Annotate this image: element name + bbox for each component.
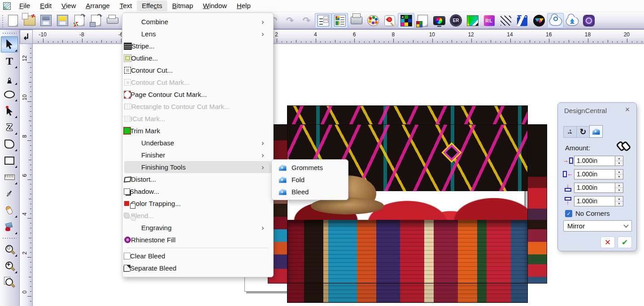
menu-item-stripe[interactable]: Stripe... xyxy=(124,40,271,52)
swatch-table-button[interactable] xyxy=(414,13,431,28)
color-palette-button[interactable] xyxy=(365,13,381,28)
stepper-up-button[interactable]: ▲ xyxy=(615,156,623,161)
color-profile-button[interactable] xyxy=(531,13,547,28)
menu-item-page-contour-cut-mark[interactable]: Page Contour Cut Mark... xyxy=(124,88,271,101)
bleed-top-input[interactable] xyxy=(574,183,615,193)
tool-zoom-previous[interactable] xyxy=(1,241,18,258)
tool-freeform[interactable] xyxy=(1,136,18,152)
menu-window[interactable]: Window xyxy=(198,0,231,11)
fill-editor-button[interactable] xyxy=(331,13,348,28)
cloud-connect-button[interactable] xyxy=(547,13,564,28)
no-corners-row[interactable]: ✓ No Corners xyxy=(565,210,610,217)
menu-effects[interactable]: Effects xyxy=(137,0,167,11)
production-manager-button[interactable] xyxy=(348,13,365,28)
gradient-fan-button[interactable] xyxy=(464,13,481,28)
link-values-icon[interactable] xyxy=(615,138,631,153)
bleed-strip-right[interactable] xyxy=(527,124,547,284)
submenu-item-grommets[interactable]: Grommets xyxy=(274,162,346,174)
vertical-ruler[interactable]: 121086420 xyxy=(20,44,33,306)
rip-link-button[interactable] xyxy=(481,13,497,28)
tool-zoom-in[interactable] xyxy=(1,258,18,274)
canvas-image[interactable] xyxy=(287,124,528,284)
apply-button[interactable]: ✔ xyxy=(618,236,632,248)
menu-item-rectangle-to-contour-cut-mark[interactable]: Rectangle to Contour Cut Mark... xyxy=(124,101,271,113)
bleed-strip-top[interactable] xyxy=(287,105,528,125)
menu-item-icut-mark[interactable]: ICut Mark... xyxy=(124,113,271,125)
close-icon[interactable]: × xyxy=(623,105,632,114)
tool-measure[interactable] xyxy=(1,169,18,185)
menu-item-contour-cut[interactable]: Contour Cut... xyxy=(124,64,271,76)
color-swatches-button[interactable] xyxy=(398,13,414,28)
hatch-fill-button[interactable] xyxy=(497,13,514,28)
menu-item-engraving[interactable]: Engraving› xyxy=(124,222,271,234)
submenu-item-bleed[interactable]: Bleed xyxy=(274,186,346,198)
menu-item-trim-mark[interactable]: Trim Mark xyxy=(124,125,271,137)
menu-arrange[interactable]: Arrange xyxy=(81,0,114,11)
bleed-left-input[interactable] xyxy=(574,156,615,166)
menu-help[interactable]: Help xyxy=(232,0,256,11)
stepper-up-button[interactable]: ▲ xyxy=(615,183,623,188)
ruler-origin-button[interactable]: ↳ xyxy=(20,30,33,44)
tab-finishing[interactable] xyxy=(589,125,603,138)
menu-item-distort[interactable]: Distort... xyxy=(124,173,271,185)
tool-rectangle[interactable] xyxy=(1,153,18,169)
tool-eyedropper[interactable] xyxy=(1,186,18,202)
menu-item-outline[interactable]: Outline... xyxy=(124,52,271,64)
tool-select[interactable] xyxy=(1,36,18,52)
stepper-down-button[interactable]: ▼ xyxy=(615,201,623,206)
tool-path-edit[interactable] xyxy=(1,103,18,119)
proof-preview-button[interactable] xyxy=(381,13,398,28)
cancel-button[interactable]: ✕ xyxy=(600,236,615,248)
bleed-type-dropdown[interactable]: Mirror xyxy=(563,220,632,232)
tool-squeegee[interactable] xyxy=(1,219,18,235)
app-hub-button[interactable] xyxy=(580,13,597,28)
repeat-button[interactable]: ↷ xyxy=(298,13,315,28)
submenu-item-fold[interactable]: Fold xyxy=(274,174,346,186)
stepper-down-button[interactable]: ▼ xyxy=(615,188,623,192)
menu-text[interactable]: Text xyxy=(115,0,137,11)
menu-file[interactable]: File xyxy=(14,0,35,11)
menu-item-blend[interactable]: Blend... xyxy=(124,210,271,222)
menu-edit[interactable]: Edit xyxy=(35,0,57,11)
tool-eraser[interactable] xyxy=(1,202,18,219)
design-central-button[interactable] xyxy=(315,13,331,28)
toolbox-grip[interactable] xyxy=(3,32,17,35)
menu-item-contour-cut-mark[interactable]: Contour Cut Mark... xyxy=(124,76,271,88)
bleed-bottom-input[interactable] xyxy=(574,196,615,206)
menu-bitmap[interactable]: Bitmap xyxy=(167,0,198,11)
menu-item-rhinestone-fill[interactable]: Rhinestone Fill xyxy=(124,234,271,246)
stepper-up-button[interactable]: ▲ xyxy=(615,170,623,175)
menu-item-combine[interactable]: Combine› xyxy=(124,16,271,28)
stepper-down-button[interactable]: ▼ xyxy=(615,161,623,166)
print-button[interactable] xyxy=(104,13,121,28)
menu-item-finisher[interactable]: Finisher› xyxy=(124,149,271,161)
eco-rip-button[interactable] xyxy=(448,13,464,28)
tab-move[interactable] xyxy=(563,126,577,138)
tool-bezier[interactable] xyxy=(1,70,18,86)
menu-item-color-trapping[interactable]: Color Trapping... xyxy=(124,197,271,210)
tool-vectorize[interactable] xyxy=(1,119,18,136)
flexi-doc-button[interactable] xyxy=(514,13,531,28)
menu-item-finishing-tools[interactable]: Finishing Tools› xyxy=(124,161,271,173)
tab-rotate[interactable] xyxy=(576,126,590,138)
redo-button[interactable]: ↷ xyxy=(282,13,298,28)
no-corners-checkbox[interactable]: ✓ xyxy=(565,210,572,217)
bleed-strip-bottom[interactable] xyxy=(287,283,528,303)
stepper-up-button[interactable]: ▲ xyxy=(615,197,623,201)
cloud-upload-button[interactable] xyxy=(564,13,580,28)
menu-item-clear-bleed[interactable]: Clear Bleed xyxy=(124,250,271,262)
menu-item-separate-bleed[interactable]: Separate Bleed xyxy=(124,262,271,274)
tool-ellipse[interactable] xyxy=(1,86,18,102)
menu-item-shadow[interactable]: Shadow... xyxy=(124,185,271,197)
tool-text[interactable] xyxy=(1,53,18,69)
open-button[interactable] xyxy=(21,13,38,28)
menu-view[interactable]: View xyxy=(57,0,81,11)
menu-item-underbase[interactable]: Underbase› xyxy=(124,137,271,149)
tool-zoom-page[interactable] xyxy=(1,275,18,291)
bleed-right-input[interactable] xyxy=(574,169,615,179)
import-button[interactable] xyxy=(87,13,104,28)
menu-item-lens[interactable]: Lens› xyxy=(124,28,271,40)
new-button[interactable] xyxy=(4,13,21,28)
save-button[interactable] xyxy=(38,13,54,28)
color-monitor-button[interactable] xyxy=(431,13,448,28)
